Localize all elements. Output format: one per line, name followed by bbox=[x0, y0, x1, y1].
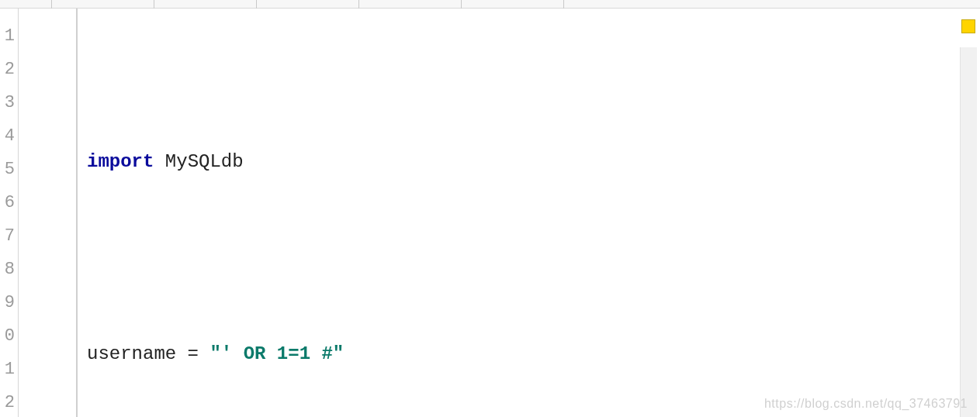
inspection-marker-icon[interactable] bbox=[961, 19, 975, 33]
line-number: 6 bbox=[0, 186, 18, 219]
watermark-text: https://blog.csdn.net/qq_37463791 bbox=[764, 397, 968, 411]
module-name: MySQLdb bbox=[154, 151, 243, 172]
code-line bbox=[87, 241, 980, 274]
line-number: 2 bbox=[0, 386, 18, 417]
line-number: 7 bbox=[0, 219, 18, 253]
line-number: 5 bbox=[0, 153, 18, 186]
keyword-import: import bbox=[87, 151, 154, 172]
tab-strip bbox=[0, 0, 980, 9]
line-number: 1 bbox=[0, 353, 18, 386]
line-number: 0 bbox=[0, 319, 18, 353]
line-number: 8 bbox=[0, 253, 18, 286]
code-text-area[interactable]: import MySQLdb username = "' OR 1=1 #" p… bbox=[78, 9, 980, 417]
editor-left-margin bbox=[19, 9, 78, 417]
line-number: 3 bbox=[0, 86, 18, 119]
code-editor[interactable]: 1 2 3 4 5 6 7 8 9 0 1 2 import MySQLdb u… bbox=[0, 9, 980, 417]
line-number: 4 bbox=[0, 119, 18, 153]
line-number-gutter: 1 2 3 4 5 6 7 8 9 0 1 2 bbox=[0, 9, 19, 417]
line-number: 2 bbox=[0, 53, 18, 86]
line-number: 9 bbox=[0, 286, 18, 319]
line-number: 1 bbox=[0, 19, 18, 53]
code-line: import MySQLdb bbox=[87, 145, 980, 178]
code-line: username = "' OR 1=1 #" bbox=[87, 337, 980, 370]
